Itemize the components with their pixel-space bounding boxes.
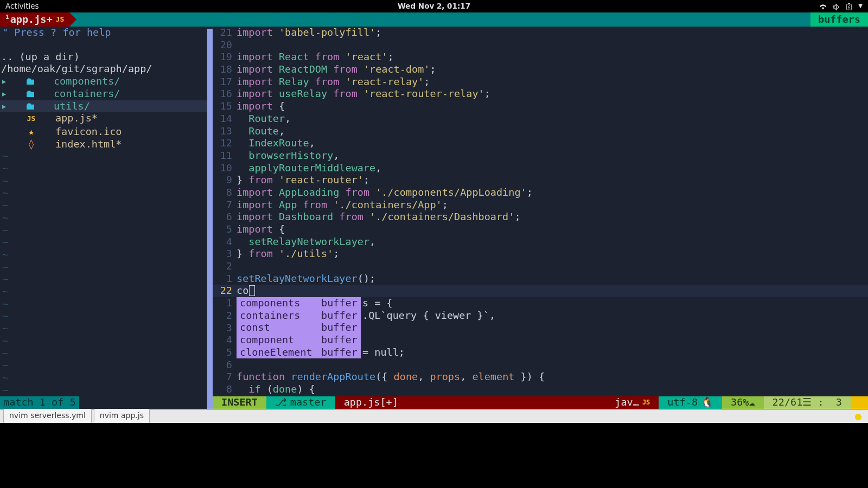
statusline-gap [407,396,606,409]
empty-line-marker: ~ [0,298,207,311]
completion-popup[interactable]: componentsbuffercontainersbufferconstbuf… [237,297,361,358]
folder-utils[interactable]: ▸ 🖿 utils/ [0,100,207,113]
code-editor[interactable]: 21import 'babel-polyfill';2019import Rea… [213,27,868,409]
code-line[interactable]: 12 IndexRoute, [213,137,868,150]
code-line[interactable]: 15import { [213,100,868,113]
code-line[interactable]: 2 [213,260,868,273]
code-content: co [237,285,868,297]
tab-separator [69,12,76,27]
code-content: } from './utils'; [237,248,868,260]
code-line[interactable]: 6import Dashboard from './containers/Das… [213,211,868,223]
up-directory[interactable]: .. (up a dir) [0,51,207,63]
git-branch: ⎇master [266,396,335,409]
line-number: 15 [213,100,237,113]
empty-line-marker: ~ [0,175,207,188]
completion-item[interactable]: containersbuffer [237,310,361,322]
code-content: if (done) { [237,383,868,396]
empty-line-marker: ~ [0,335,207,348]
code-content: import Relay from 'react-relay'; [237,76,868,88]
code-line[interactable]: 14 Router, [213,113,868,125]
help-hint: " Press ? for help [0,27,207,39]
code-line[interactable]: 19import React from 'react'; [213,51,868,63]
encoding: utf-8 🐧 [659,396,722,409]
code-line[interactable]: 7import App from './containers/App'; [213,199,868,211]
terminal-tabbar: nvim serverless.ymlnvim app.js [0,409,868,423]
code-content: import App from './containers/App'; [237,199,868,211]
code-line[interactable]: 20 [213,39,868,52]
scroll-percent: 36% ☁ [722,396,764,409]
line-number: 8 [213,383,237,396]
code-line[interactable]: 1setRelayNetworkLayer(); [213,273,868,285]
terminal-tab[interactable]: nvim serverless.yml [3,408,92,423]
completion-item[interactable]: componentbuffer [237,334,361,346]
wifi-icon[interactable] [819,2,827,10]
empty-line-marker: ~ [0,273,207,286]
code-line[interactable]: 6 [213,359,868,371]
code-line[interactable]: 22co [213,285,868,297]
percent-icon: ☁ [749,396,755,409]
code-line[interactable]: 18import ReactDOM from 'react-dom'; [213,63,868,76]
line-number: 6 [213,359,237,371]
clock[interactable]: Wed Nov 2, 01:17 [398,0,470,12]
code-line[interactable]: 7function renderAppRoute({ done, props, … [213,371,868,383]
file-tree: ▸ 🖿 components/▸ 🖿 containers/▸ 🖿 utils/… [0,75,207,150]
code-content: IndexRoute, [237,137,868,150]
folder-containers[interactable]: ▸ 🖿 containers/ [0,88,207,100]
line-number: 19 [213,51,237,63]
activities-button[interactable]: Activities [5,0,39,12]
empty-line-marker: ~ [0,212,207,224]
completion-item[interactable]: constbuffer [237,322,361,334]
code-line[interactable]: 9} from 'react-router'; [213,174,868,187]
code-line[interactable]: 17import Relay from 'react-relay'; [213,76,868,88]
completion-match-count: match 1 of 5 [0,396,79,409]
line-number: 1 [213,297,237,310]
empty-line-marker: ~ [0,200,207,212]
chevron-down-icon[interactable]: ▼ [858,0,863,12]
cursor-position: 22/61☰ : 3 [764,396,851,409]
split-border[interactable] [207,27,213,409]
line-number: 20 [213,39,237,52]
code-line[interactable]: 3} from './utils'; [213,248,868,260]
code-content: setRelayNetworkLayer, [237,236,868,248]
folder-components[interactable]: ▸ 🖿 components/ [0,75,207,88]
file-favicon-ico[interactable]: ★ favicon.ico [0,126,207,138]
line-number: 6 [213,211,237,223]
buffers-button[interactable]: buffers [810,12,868,27]
code-line[interactable]: 5import { [213,223,868,236]
code-content: import { [237,100,868,113]
code-content: import 'babel-polyfill'; [237,27,868,39]
empty-line-marker: ~ [0,359,207,372]
code-line[interactable]: 8 if (done) { [213,383,868,396]
code-content: } from 'react-router'; [237,174,868,187]
code-line[interactable]: 11 browserHistory, [213,150,868,162]
line-number: 2 [213,310,237,322]
line-number: 4 [213,236,237,248]
code-line[interactable]: 16import useRelay from 'react-router-rel… [213,88,868,100]
notification-dot-icon[interactable] [855,414,861,420]
mode-indicator: INSERT [213,396,266,409]
svg-rect-1 [848,3,851,4]
completion-item[interactable]: cloneElementbuffer [237,346,361,359]
code-line[interactable]: 10 applyRouterMiddleware, [213,162,868,175]
code-line[interactable]: 4 setRelayNetworkLayer, [213,236,868,248]
empty-line-marker: ~ [0,384,207,397]
battery-icon[interactable] [845,2,853,10]
code-content: import { [237,223,868,236]
completion-item[interactable]: componentsbuffer [237,297,361,310]
code-line[interactable]: 13 Route, [213,125,868,138]
file-index-html-[interactable]: ◊ index.html* [0,138,207,151]
volume-icon[interactable] [832,2,840,10]
line-number: 7 [213,371,237,383]
terminal-tab[interactable]: nvim app.js [94,408,150,423]
tab-app-js[interactable]: 1 app.js+ JS [0,12,69,27]
code-line[interactable]: 8import AppLoading from './components/Ap… [213,187,868,199]
code-content: Router, [237,113,868,125]
code-content [237,359,868,371]
file-app-js-[interactable]: JS app.js* [0,112,207,126]
line-number: 3 [213,248,237,260]
desktop-topbar: Activities Wed Nov 2, 01:17 ▼ [0,0,868,12]
code-line[interactable]: 21import 'babel-polyfill'; [213,27,868,39]
empty-line-marker: ~ [0,310,207,323]
line-number: 21 [213,27,237,39]
tab-label: app.js+ [10,14,53,26]
